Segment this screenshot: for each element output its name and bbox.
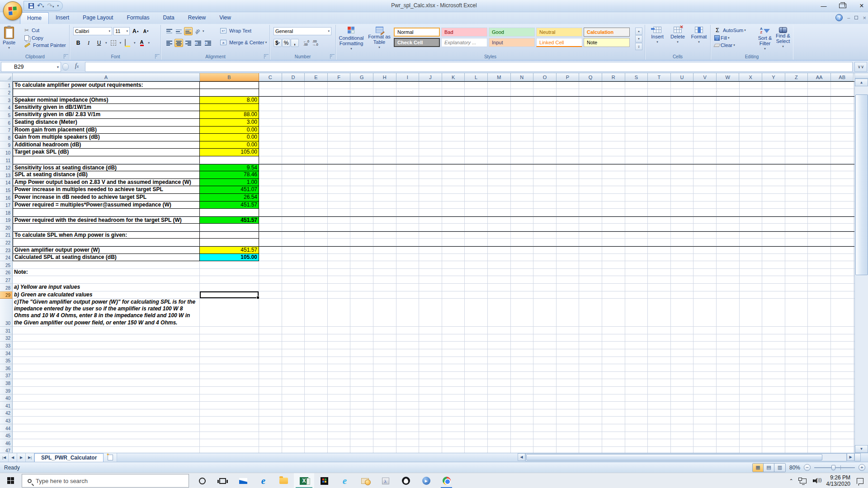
cell-A15[interactable]: Power increase in multiples needed to ac… xyxy=(13,186,200,194)
cell-A3[interactable]: Speaker nominal impedance (Ohms) xyxy=(13,96,200,104)
scroll-up-icon[interactable]: ▲ xyxy=(855,79,868,86)
row-header-33[interactable]: 33 xyxy=(0,342,13,349)
taskbar-search[interactable]: Type here to search xyxy=(22,474,189,488)
column-header-O[interactable]: O xyxy=(533,73,557,81)
column-header-V[interactable]: V xyxy=(693,73,717,81)
cell-A34[interactable] xyxy=(13,349,200,357)
file-explorer-icon[interactable] xyxy=(274,473,294,488)
cell-B16[interactable]: 26.54 xyxy=(200,194,259,202)
row-header-32[interactable]: 32 xyxy=(0,334,13,342)
empty-cells[interactable] xyxy=(259,254,854,262)
empty-cells[interactable] xyxy=(259,141,854,149)
empty-cells[interactable] xyxy=(259,194,854,202)
empty-cells[interactable] xyxy=(259,179,854,187)
gallery-up-icon[interactable]: ▲ xyxy=(635,28,642,35)
empty-cells[interactable] xyxy=(259,334,854,342)
cell-B5[interactable]: 88.00 xyxy=(200,111,259,119)
row-header-36[interactable]: 36 xyxy=(0,364,13,372)
zoom-out-button[interactable]: − xyxy=(804,464,811,471)
workbook-minimize-button[interactable]: – xyxy=(847,15,850,20)
fill-color-button[interactable] xyxy=(123,39,132,47)
column-header-R[interactable]: R xyxy=(602,73,625,81)
cell-A11[interactable] xyxy=(13,156,200,164)
row-header-15[interactable]: 15 xyxy=(0,186,13,194)
empty-cells[interactable] xyxy=(259,261,854,269)
format-cells-button[interactable]: Format▾ xyxy=(689,25,709,53)
row-header-40[interactable]: 40 xyxy=(0,394,13,402)
cell-A16[interactable]: Power increase in dB needed to achieve t… xyxy=(13,194,200,202)
row-header-27[interactable]: 27 xyxy=(0,276,13,284)
autosum-button[interactable]: ΣAutoSum▾ xyxy=(714,27,746,33)
cell-B33[interactable] xyxy=(200,342,259,349)
cell-B41[interactable] xyxy=(200,402,259,409)
empty-cells[interactable] xyxy=(259,439,854,447)
cell-A47[interactable] xyxy=(13,447,200,453)
tab-home[interactable]: Home xyxy=(20,12,49,24)
cell-A31[interactable] xyxy=(13,327,200,334)
empty-cells[interactable] xyxy=(259,327,854,334)
empty-cells[interactable] xyxy=(259,342,854,349)
font-size-select[interactable]: 11▾ xyxy=(113,27,130,35)
cell-B25[interactable] xyxy=(200,261,259,269)
row-header-34[interactable]: 34 xyxy=(0,349,13,357)
empty-cells[interactable] xyxy=(259,186,854,194)
excel-icon[interactable]: X xyxy=(294,473,314,488)
column-header-E[interactable]: E xyxy=(305,73,328,81)
page-layout-view-button[interactable]: ▤ xyxy=(764,464,774,472)
cell-A8[interactable]: Gain from multiple speakers (dB) xyxy=(13,134,200,141)
tray-expand-icon[interactable]: ⌃ xyxy=(789,478,793,484)
cell-A17[interactable]: Power required = multiples*Power@assumed… xyxy=(13,202,200,209)
column-header-F[interactable]: F xyxy=(328,73,351,81)
empty-cells[interactable] xyxy=(259,372,854,380)
vertical-scrollbar[interactable]: ▲ ▼ xyxy=(854,73,868,453)
gallery-down-icon[interactable]: ▼ xyxy=(635,35,642,42)
page-break-view-button[interactable]: ▥ xyxy=(774,464,785,472)
outlook-icon[interactable] xyxy=(355,473,375,488)
row-header-9[interactable]: 9 xyxy=(0,141,13,149)
column-header-A[interactable]: A xyxy=(13,73,200,81)
empty-cells[interactable] xyxy=(259,156,854,164)
cell-A38[interactable] xyxy=(13,379,200,387)
decrease-decimal-button[interactable]: .00→.0 xyxy=(311,39,320,47)
gallery-more-icon[interactable]: ⊽ xyxy=(635,43,642,50)
cell-A37[interactable] xyxy=(13,372,200,380)
column-header-AB[interactable]: AB xyxy=(831,73,854,81)
cell-A30[interactable]: c)The "Given amplifier output power (W)"… xyxy=(13,299,200,327)
row-header-1[interactable]: 1 xyxy=(0,81,13,89)
scroll-left-icon[interactable]: ◀ xyxy=(518,453,525,461)
cell-A4[interactable]: Sensitivity given in dB/1W/1m xyxy=(13,104,200,112)
zoom-level[interactable]: 80% xyxy=(789,465,800,471)
clipboard-dialog-launcher[interactable] xyxy=(64,54,68,59)
empty-cells[interactable] xyxy=(259,171,854,179)
cell-style-check[interactable]: Check Cell xyxy=(394,38,440,47)
grow-font-button[interactable]: A▲ xyxy=(131,27,141,35)
empty-cells[interactable] xyxy=(259,216,854,224)
cell-style-calc[interactable]: Calculation xyxy=(584,28,630,37)
empty-cells[interactable] xyxy=(259,164,854,172)
cut-button[interactable]: ✂Cut xyxy=(24,27,66,33)
zoom-in-button[interactable]: + xyxy=(859,464,865,471)
vertical-split-handle[interactable] xyxy=(855,73,868,79)
row-header-30[interactable]: 30 xyxy=(0,299,13,327)
cell-style-neutral[interactable]: Neutral xyxy=(536,28,582,37)
column-header-U[interactable]: U xyxy=(671,73,694,81)
select-all-corner[interactable] xyxy=(0,73,13,81)
decrease-indent-button[interactable] xyxy=(193,39,203,47)
next-sheet-icon[interactable]: ▶ xyxy=(17,453,26,462)
cell-B12[interactable]: 9.54 xyxy=(200,164,259,172)
fill-button[interactable]: ↓Fill▾ xyxy=(714,35,746,41)
cell-B42[interactable] xyxy=(200,409,259,417)
cell-B22[interactable] xyxy=(200,239,259,246)
scroll-right-icon[interactable]: ▶ xyxy=(847,453,854,461)
bold-button[interactable]: B xyxy=(74,39,82,47)
column-header-D[interactable]: D xyxy=(282,73,305,81)
shrink-font-button[interactable]: A▼ xyxy=(142,27,151,35)
cell-A6[interactable]: Seating distance (Meter) xyxy=(13,119,200,127)
row-header-7[interactable]: 7 xyxy=(0,127,13,134)
expand-formula-bar-icon[interactable]: ∨∨ xyxy=(854,62,867,72)
cell-A29[interactable]: b) Green are calculated values xyxy=(13,291,200,299)
font-dialog-launcher[interactable] xyxy=(155,54,160,59)
row-header-26[interactable]: 26 xyxy=(0,269,13,277)
row-header-12[interactable]: 12 xyxy=(0,164,13,172)
column-header-W[interactable]: W xyxy=(717,73,740,81)
